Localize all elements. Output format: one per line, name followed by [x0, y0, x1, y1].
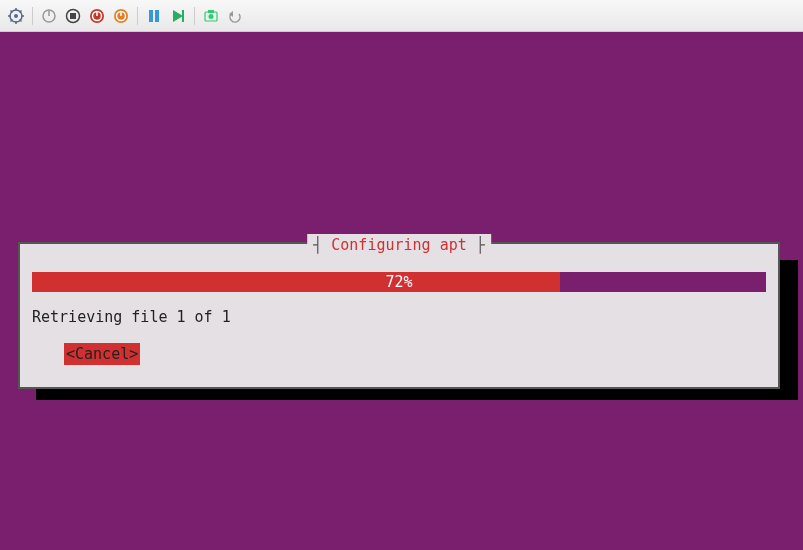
- svg-rect-12: [149, 10, 153, 22]
- settings-icon[interactable]: [6, 6, 26, 26]
- svg-marker-14: [173, 10, 183, 22]
- svg-rect-5: [70, 13, 76, 19]
- cancel-button[interactable]: <Cancel>: [64, 343, 140, 366]
- status-text: Retrieving file 1 of 1: [32, 306, 766, 329]
- dialog-title: ┤ Configuring apt ├: [307, 234, 491, 257]
- power-icon[interactable]: [39, 6, 59, 26]
- vm-toolbar: [0, 0, 803, 32]
- snapshot-icon[interactable]: [201, 6, 221, 26]
- svg-rect-18: [208, 10, 214, 13]
- title-decoration-right: ├: [467, 236, 485, 254]
- undo-icon[interactable]: [225, 6, 245, 26]
- progress-percent-label: 72%: [32, 272, 766, 292]
- svg-point-1: [14, 14, 18, 18]
- separator: [194, 7, 195, 25]
- reset-icon[interactable]: [87, 6, 107, 26]
- dialog-container: ┤ Configuring apt ├ 72% Retrieving file …: [18, 242, 780, 389]
- separator: [32, 7, 33, 25]
- pause-icon[interactable]: [144, 6, 164, 26]
- svg-rect-13: [155, 10, 159, 22]
- progress-bar: 72%: [32, 272, 766, 292]
- play-icon[interactable]: [168, 6, 188, 26]
- stop-icon[interactable]: [63, 6, 83, 26]
- configure-apt-dialog: ┤ Configuring apt ├ 72% Retrieving file …: [18, 242, 780, 389]
- svg-point-17: [209, 14, 214, 19]
- shutdown-icon[interactable]: [111, 6, 131, 26]
- title-decoration-left: ┤: [313, 236, 331, 254]
- dialog-title-text: Configuring apt: [331, 236, 466, 254]
- separator: [137, 7, 138, 25]
- console-background: ┤ Configuring apt ├ 72% Retrieving file …: [0, 32, 803, 550]
